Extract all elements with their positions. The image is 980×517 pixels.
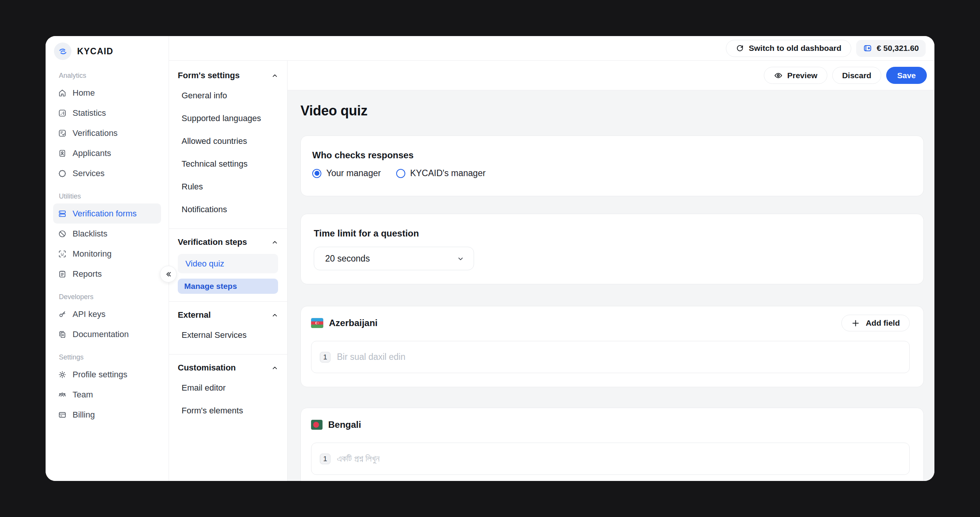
home-icon [58,89,67,98]
api-keys-icon [58,310,67,319]
double-chevron-left-icon [164,270,172,278]
language-name: Bengali [328,419,361,430]
page-content: Video quiz Who checks responses Your man… [288,90,934,481]
sidebar-item-label: Blacklists [73,229,108,239]
sidebar-item-label: Team [73,390,93,400]
nav-group-title: Verification steps [178,237,247,247]
nav-group-verification-steps[interactable]: Verification steps [178,233,278,251]
desktop-background: KYCAID Analytics Home Statistics Verific… [0,0,980,517]
nav-item-general-info[interactable]: General info [178,84,278,107]
nav-item-rules[interactable]: Rules [178,175,278,198]
nav-group-title: External [178,310,211,320]
verifications-icon [58,129,67,138]
nav-item-email-editor[interactable]: Email editor [178,377,278,399]
nav-item-video-quiz[interactable]: Video quiz [178,254,278,273]
statistics-icon [58,109,67,118]
nav-item-technical-settings[interactable]: Technical settings [178,152,278,175]
chevron-down-icon [457,255,464,262]
nav-group-external[interactable]: External [178,306,278,324]
save-button[interactable]: Save [886,67,927,84]
sidebar-item-verification-forms[interactable]: Verification forms [53,203,161,224]
discard-button[interactable]: Discard [832,67,881,84]
sidebar-item-documentation[interactable]: Documentation [53,324,161,344]
manage-steps-button[interactable]: Manage steps [178,279,278,294]
sidebar-item-label: Profile settings [73,370,127,380]
services-icon [58,169,67,178]
brand-name: KYCAID [77,46,113,57]
sidebar-item-label: Monitoring [73,249,112,259]
plus-icon [851,319,860,328]
switch-to-old-dashboard-button[interactable]: Switch to old dashboard [726,40,851,57]
language-identity: Azerbaijani [311,318,377,328]
nav-group-forms-settings[interactable]: Form's settings [178,67,278,84]
main-area: Preview Discard Save Video quiz Who chec… [288,61,934,481]
preview-button[interactable]: Preview [764,67,827,84]
language-card-bengali: Bengali 1 [301,408,924,481]
sidebar-section-utilities: Utilities [59,192,161,200]
sidebar-item-services[interactable]: Services [53,163,161,183]
language-card-header: Bengali [311,416,910,433]
sidebar-item-home[interactable]: Home [53,83,161,103]
nav-item-external-services[interactable]: External Services [178,324,278,347]
nav-item-notifications[interactable]: Notifications [178,198,278,221]
app-window: KYCAID Analytics Home Statistics Verific… [46,36,934,481]
add-field-button[interactable]: Add field [842,315,910,331]
sidebar-item-team[interactable]: Team [53,385,161,404]
time-limit-select[interactable]: 20 seconds [314,247,474,270]
nav-group-title: Form's settings [178,71,240,81]
sidebar-item-verifications[interactable]: Verifications [53,123,161,143]
wallet-icon [863,44,872,53]
card-heading: Time limit for a question [314,228,910,239]
sidebar-item-reports[interactable]: Reports [53,264,161,284]
sidebar-section-developers: Developers [59,293,161,301]
sidebar-item-label: Documentation [73,330,129,339]
sidebar-item-blacklists[interactable]: Blacklists [53,224,161,244]
sidebar-item-label: Reports [73,269,102,279]
time-limit-card: Time limit for a question 20 seconds [301,214,924,284]
card-heading: Who checks responses [312,150,912,160]
kycaid-swirl-icon [54,43,72,60]
question-input-bengali[interactable] [337,454,902,464]
bangladesh-flag [311,420,323,430]
sidebar-item-api-keys[interactable]: API keys [53,304,161,324]
radio-option-kycaid-manager[interactable]: KYCAID's manager [396,168,486,178]
brand[interactable]: KYCAID [53,40,161,63]
radio-selected-icon[interactable] [312,169,321,178]
sidebar-item-label: Applicants [73,148,111,158]
billing-icon [58,410,67,419]
radio-unselected-icon[interactable] [396,169,405,178]
nav-group-customisation[interactable]: Customisation [178,359,278,377]
sidebar-item-label: Statistics [73,108,106,118]
sidebar-item-applicants[interactable]: Applicants [53,143,161,163]
who-checks-card: Who checks responses Your manager KYCAID… [301,135,924,196]
sidebar: KYCAID Analytics Home Statistics Verific… [46,36,169,481]
radio-group-who-checks: Your manager KYCAID's manager [312,168,912,178]
sidebar-item-monitoring[interactable]: Monitoring [53,244,161,264]
question-field[interactable]: 1 [311,442,910,475]
nav-group-title: Customisation [178,363,236,373]
nav-item-supported-languages[interactable]: Supported languages [178,107,278,130]
sidebar-item-profile-settings[interactable]: Profile settings [53,365,161,385]
blacklists-icon [58,229,67,238]
nav-item-allowed-countries[interactable]: Allowed countries [178,130,278,152]
sidebar-item-label: Home [73,88,95,98]
collapse-sidebar-button[interactable] [160,266,177,282]
chevron-up-icon [272,239,278,246]
sidebar-item-label: Verifications [73,128,118,138]
question-field[interactable]: 1 [311,341,910,373]
right-pane: Switch to old dashboard € 50,321.60 Form… [169,36,934,481]
nav-item-forms-elements[interactable]: Form's elements [178,399,278,422]
sidebar-item-billing[interactable]: Billing [53,404,161,425]
documentation-icon [58,330,67,339]
sidebar-item-label: Billing [73,410,95,420]
applicants-icon [58,149,67,158]
nav-divider [169,228,287,229]
form-settings-nav: Form's settings General info Supported l… [169,61,288,481]
radio-option-your-manager[interactable]: Your manager [312,168,381,178]
language-card-azerbaijani: Azerbaijani Add field 1 [301,306,924,387]
question-input-azerbaijani[interactable] [337,352,902,362]
balance-pill[interactable]: € 50,321.60 [856,40,926,57]
sidebar-item-label: API keys [73,309,106,319]
page-title: Video quiz [301,103,924,119]
sidebar-item-statistics[interactable]: Statistics [53,103,161,123]
